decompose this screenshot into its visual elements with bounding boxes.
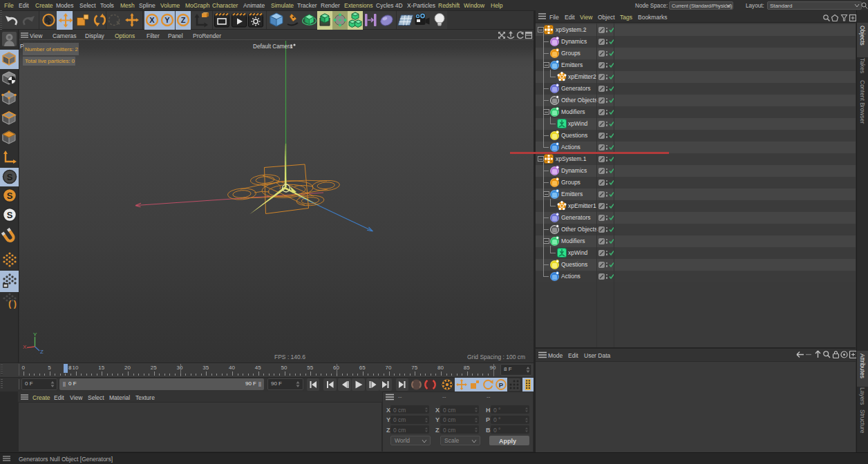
svg-text:Y: Y — [164, 16, 170, 24]
svg-text:S: S — [7, 191, 13, 201]
svg-text:Z: Z — [40, 349, 44, 355]
svg-text:S: S — [7, 210, 13, 220]
svg-text:Z: Z — [180, 16, 185, 24]
svg-text:(): () — [8, 300, 17, 309]
svg-text:X: X — [149, 16, 155, 24]
svg-text:S: S — [7, 172, 13, 182]
svg-text:Y: Y — [33, 331, 37, 338]
svg-text:P: P — [499, 381, 504, 389]
svg-text:X: X — [23, 344, 27, 350]
